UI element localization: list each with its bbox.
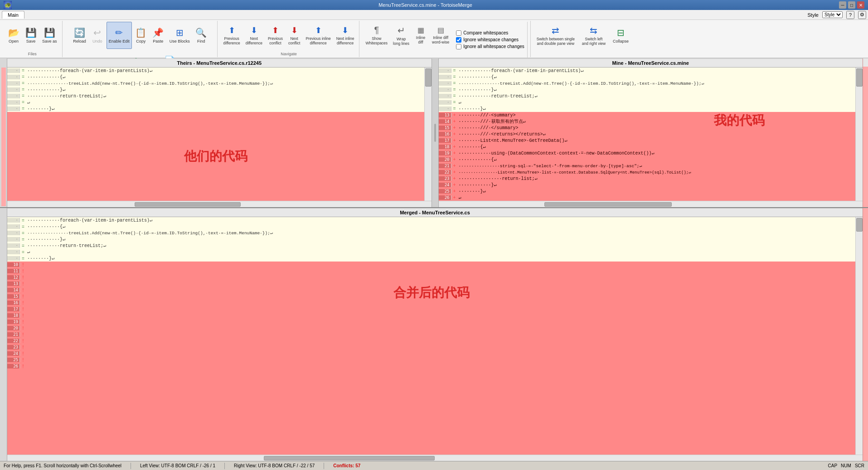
minimize-button[interactable]: ─ [839,1,846,9]
open-icon: 📂 [8,27,19,38]
maximize-button[interactable]: □ [848,1,855,9]
top-panes: Theirs - MenuTreeService.cs.r12245 · = ·… [0,58,868,208]
undo-icon: ↩ [93,27,101,38]
merged-ctx-7: · = ········}↵ [7,255,855,262]
menu-bar: Main Style Style ? ⚙ [0,10,868,20]
theirs-label: 他们的代码 [7,112,424,201]
prev-difference-icon: ⬆ [228,25,235,35]
style-select[interactable]: Style [822,11,843,18]
theirs-header: Theirs - MenuTreeService.cs.r12245 [7,58,432,68]
scrl-indicator: SCR [855,463,864,468]
mine-line-3: · = ················treeList.Add(new·nt.… [439,80,856,87]
merged-ctx-5: · = ············return·treeList;↵ [7,242,855,249]
enable-edit-button[interactable]: ✏ Enable Edit [107,22,132,49]
switch-lr-icon: ⇆ [590,25,597,36]
switch-left-right-button[interactable]: ⇆ Switch leftand right view [578,22,610,49]
wrap-lines-button[interactable]: ↵ Wraplong lines [391,22,412,49]
inline-diff-word-icon: ▤ [437,26,444,34]
merged-left-margin [0,208,7,461]
prev-difference-button[interactable]: ⬆ Previousdifference [221,22,242,49]
ignore-all-ws-checkbox[interactable] [456,44,461,49]
merged-content[interactable]: · = ············foreach·(var·item·in·par… [7,217,863,455]
paste-button[interactable]: 📌 Paste [150,22,166,49]
theirs-content[interactable]: · = ············foreach·(var·item·in·par… [7,68,432,201]
mine-line-1: · = ············foreach·(var·item·in·par… [439,68,856,74]
merged-scrollbar[interactable] [855,217,863,455]
mine-line-5: · = ············return·treeList;↵ [439,93,856,99]
compare-whitespace-option[interactable]: Compare whitespaces [456,30,524,36]
merged-ctx-1: · = ············foreach·(var·item·in·par… [7,217,855,223]
copy-icon: 📋 [135,27,146,38]
next-difference-icon: ⬇ [251,25,257,35]
ignore-ws-changes-checkbox[interactable] [456,37,461,43]
mine-line-4: · = ············}↵ [439,87,856,93]
theirs-pane: Theirs - MenuTreeService.cs.r12245 · = ·… [7,58,432,207]
collapse-button[interactable]: ⊟ Collapse [611,22,631,49]
inline-diff-button[interactable]: ▦ Inlinediff [412,22,429,49]
compare-whitespace-checkbox[interactable] [456,30,461,36]
switch-pane-view-button[interactable]: ⇄ Switch between singleand double pane v… [534,22,577,49]
show-whitespace-button[interactable]: ¶ ShowWhitespaces [363,22,390,49]
mine-scrollbar[interactable] [855,68,863,201]
mine-hscroll[interactable] [439,201,863,207]
prev-conflict-button[interactable]: ⬆ Previousconflict [266,22,285,49]
show-whitespace-icon: ¶ [374,25,379,35]
save-button[interactable]: 💾 Save [23,22,39,49]
theirs-line-4: · = ············}↵ [7,87,424,93]
title-bar: 🐢 MenuTreeService.cs.mine - TortoiseMerg… [0,0,868,10]
reload-button[interactable]: 🔄 Reload [71,22,88,49]
diff-area: Theirs - MenuTreeService.cs.r12245 · = ·… [0,58,868,461]
theirs-scrollbar[interactable] [424,68,432,201]
theirs-scroll-thumb[interactable] [425,68,432,87]
merged-ctx-6: · = ↵ [7,249,855,255]
prev-inline-button[interactable]: ⬆ Previous inlinedifference [303,22,333,49]
next-inline-button[interactable]: ⬇ Next inlinedifference [334,22,357,49]
merged-scroll-thumb[interactable] [856,218,863,232]
conflicts-status: Conflicts: 57 [333,463,360,468]
next-difference-button[interactable]: ⬇ Nextdifference [243,22,265,49]
left-margin [0,58,7,207]
caps-indicator: CAP [828,463,838,468]
use-blocks-button[interactable]: ⊞ Use Blocks [167,22,192,49]
vertical-splitter[interactable] [432,58,439,207]
find-icon: 🔍 [195,27,207,38]
help-text: For Help, press F1. Scroll horizontally … [4,463,121,468]
mine-content[interactable]: · = ············foreach·(var·item·in·par… [439,68,863,201]
merged-header: Merged - MenuTreeService.cs [7,208,863,217]
merged-hscroll[interactable] [7,455,863,461]
inline-diff-icon: ▦ [417,26,424,34]
prev-conflict-icon: ⬆ [272,25,279,35]
window-settings-button[interactable]: ⚙ [858,11,866,19]
toolbar-group-view: ¶ ShowWhitespaces ↵ Wraplong lines ▦ Inl… [360,21,530,57]
close-button[interactable]: ✕ [857,1,864,9]
ignore-all-ws-option[interactable]: Ignore all whitespace changes [456,44,524,49]
save-as-icon: 💾 [44,27,55,38]
main-tab[interactable]: Main [2,11,24,19]
mine-added-block: 13 + ········///·<summary> 14 + ········… [439,112,856,201]
mine-scroll-thumb[interactable] [856,68,863,87]
help-button[interactable]: ? [846,11,854,19]
use-blocks-icon: ⊞ [176,27,184,38]
undo-button[interactable]: ↩ Undo [89,22,106,49]
find-button[interactable]: 🔍 Find [193,22,209,49]
toolbar: 📂 Open 💾 Save 💾 Save as Files 🔄 Reload ↩… [0,20,868,58]
theirs-line-3: · = ················treeList.Add(new·nt.… [7,80,424,87]
open-button[interactable]: 📂 Open [5,22,22,49]
toolbar-group-edit: 🔄 Reload ↩ Undo ✏ Enable Edit 📋 Copy 📌 P… [63,21,218,57]
theirs-conflict-block: 他们的代码 [7,112,424,201]
merged-conflict-block: 10 ! 11 ! 12 [7,262,855,455]
mine-pane: Mine - MenuTreeService.cs.mine · = ·····… [439,58,863,207]
switch-pane-icon: ⇄ [552,25,559,36]
collapse-icon: ⊟ [617,27,625,38]
inline-diff-word-button[interactable]: ▤ Inline diffword-wise [430,22,451,49]
theirs-hscroll[interactable] [7,201,432,207]
next-conflict-button[interactable]: ⬇ Nextconflict [286,22,302,49]
right-view-status: Right View: UTF-8 BOM CRLF / -22 / 57 [234,463,315,468]
theirs-line-5: · = ············return·treeList;↵ [7,93,424,99]
enable-edit-icon: ✏ [115,27,123,38]
copy-button[interactable]: 📋 Copy [133,22,149,49]
save-icon: 💾 [25,27,37,38]
ignore-ws-changes-option[interactable]: Ignore whitespace changes [456,37,524,43]
save-as-button[interactable]: 💾 Save as [40,22,59,49]
window-controls: ─ □ ✕ [839,1,864,9]
